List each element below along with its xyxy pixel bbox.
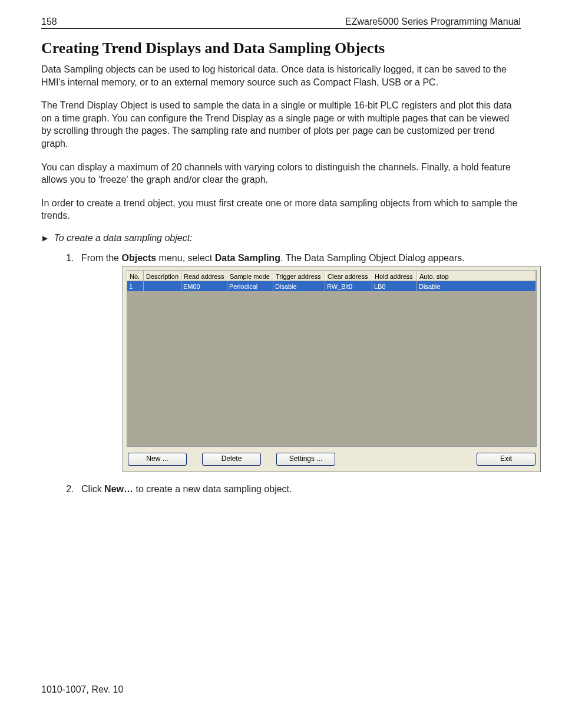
data-sampling-grid[interactable]: No. Description Read address Sample mode… bbox=[127, 270, 537, 447]
cell-hold-address: LB0 bbox=[372, 281, 417, 292]
paragraph-2: The Trend Display Object is used to samp… bbox=[41, 99, 521, 150]
delete-button[interactable]: Delete bbox=[202, 453, 261, 466]
col-header-auto-stop[interactable]: Auto. stop bbox=[417, 271, 536, 281]
col-header-hold-address[interactable]: Hold address bbox=[372, 271, 417, 281]
paragraph-4: In order to create a trend object, you m… bbox=[41, 197, 521, 222]
col-header-trigger-address[interactable]: Trigger address bbox=[273, 271, 325, 281]
cell-auto-stop: Disable bbox=[417, 281, 536, 292]
data-sampling-dialog: No. Description Read address Sample mode… bbox=[123, 266, 541, 472]
grid-row[interactable]: 1 EM00 Periodical Disable RW_Bit0 LB0 Di… bbox=[127, 281, 536, 292]
paragraph-1: Data Sampling objects can be used to log… bbox=[41, 63, 521, 88]
step-2: Click New… to create a new data sampling… bbox=[77, 483, 521, 496]
steps-list: From the Objects menu, select Data Sampl… bbox=[41, 252, 521, 496]
cell-sample-mode: Periodical bbox=[227, 281, 273, 292]
col-header-no[interactable]: No. bbox=[127, 271, 144, 281]
new-button[interactable]: New ... bbox=[128, 453, 187, 466]
step-1: From the Objects menu, select Data Sampl… bbox=[77, 252, 521, 472]
document-title: EZware5000 Series Programming Manual bbox=[345, 17, 521, 27]
col-header-read-address[interactable]: Read address bbox=[181, 271, 227, 281]
cell-trigger-address: Disable bbox=[273, 281, 325, 292]
section-title: Creating Trend Displays and Data Samplin… bbox=[41, 39, 521, 57]
cell-no: 1 bbox=[127, 281, 144, 292]
grid-header-row: No. Description Read address Sample mode… bbox=[127, 271, 536, 281]
col-header-sample-mode[interactable]: Sample mode bbox=[227, 271, 273, 281]
cell-clear-address: RW_Bit0 bbox=[325, 281, 372, 292]
col-header-description[interactable]: Description bbox=[144, 271, 181, 281]
footer-text: 1010-1007, Rev. 10 bbox=[41, 684, 123, 695]
page-header: 158 EZware5000 Series Programming Manual bbox=[41, 17, 521, 29]
triangle-icon: ▶ bbox=[42, 234, 48, 242]
cell-description bbox=[144, 281, 181, 292]
task-heading: ▶ To create a data sampling object: bbox=[42, 233, 521, 243]
cell-read-address: EM00 bbox=[181, 281, 227, 292]
page-number: 158 bbox=[41, 17, 57, 27]
task-heading-text: To create a data sampling object: bbox=[54, 233, 192, 243]
settings-button[interactable]: Settings ... bbox=[276, 453, 335, 466]
col-header-clear-address[interactable]: Clear address bbox=[325, 271, 372, 281]
paragraph-3: You can display a maximum of 20 channels… bbox=[41, 161, 521, 186]
exit-button[interactable]: Exit bbox=[477, 453, 535, 466]
